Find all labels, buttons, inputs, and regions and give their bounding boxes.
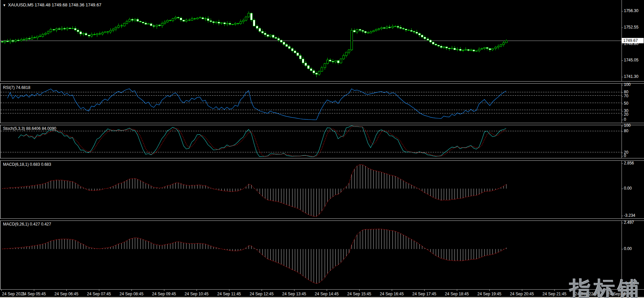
time-axis-label: 24 Sep 10:45 [184, 292, 208, 296]
time-axis-label: 24 Sep 13:45 [282, 292, 306, 296]
candlestick-series [1, 11, 507, 77]
rsi-line [7, 89, 506, 120]
rsi-tick [622, 92, 623, 93]
time-axis-label: 24 Sep 11:45 [217, 292, 241, 296]
chart-title: ▼XAUUSD,M5 1748.48 1749.68 1748.36 1749.… [3, 2, 101, 7]
time-axis-label: 24 Sep 12:45 [250, 292, 273, 296]
stoch-tick [622, 156, 623, 156]
rsi-tick-label: 70 [624, 94, 628, 98]
macd1-tick-label: 2.856 [624, 161, 634, 165]
price-tick [622, 44, 623, 44]
time-tick [424, 290, 425, 291]
time-axis-label: 24 Sep 14:45 [315, 292, 338, 296]
price-tick-label: 1756.30 [624, 8, 638, 13]
time-tick [99, 290, 99, 291]
price-tick [622, 11, 623, 11]
rsi-tick-label: 50 [624, 101, 628, 106]
macd2-tick [622, 249, 623, 249]
macd1-histogram [2, 164, 506, 216]
rsi-tick [622, 85, 623, 85]
panel-separator[interactable] [0, 158, 644, 161]
macd2-tick-label: 2.497 [624, 220, 634, 225]
price-tick [622, 28, 623, 28]
price-tick-label: 1752.55 [624, 25, 638, 30]
time-axis-label: 24 Sep 08:45 [119, 292, 143, 296]
stoch-tick-label: 100 [624, 123, 631, 128]
chart-plot-area[interactable] [0, 0, 622, 289]
rsi-tick [622, 120, 623, 120]
macd1-tick [622, 216, 623, 216]
mt4-chart-window: ▼XAUUSD,M5 1748.48 1749.68 1748.36 1749.… [0, 0, 644, 298]
stoch-tick-label: 80 [624, 129, 628, 133]
current-price-box: 1749.67 [622, 38, 644, 43]
rsi-tick-label: 100 [624, 82, 631, 87]
time-tick [327, 290, 327, 291]
macd2-tick [622, 223, 623, 223]
macd2-signal-line [2, 229, 506, 284]
time-axis-label: 24 Sep 19:45 [477, 292, 501, 296]
macd1-tick [622, 189, 623, 189]
time-axis[interactable]: 24 Sep 202124 Sep 05:4524 Sep 06:4524 Se… [0, 289, 644, 297]
macd1-tick-label: 0.00 [624, 186, 632, 191]
time-tick [359, 290, 360, 291]
symbol-dropdown-icon[interactable]: ▼ [3, 3, 6, 7]
scale-separator-line [622, 0, 622, 289]
time-axis-label: 24 Sep 20:45 [510, 292, 534, 296]
rsi-tick-label: 0 [624, 117, 626, 122]
time-tick [554, 290, 555, 291]
rsi-tick [622, 111, 623, 111]
macd2-panel-label: MACD(9,26,1) 0.427 0.427 [3, 222, 51, 227]
macd2-tick-label: 0.00 [624, 246, 632, 251]
panel-separator[interactable] [0, 81, 644, 84]
time-tick [164, 290, 164, 291]
time-axis-label: 24 Sep 06:45 [54, 292, 78, 296]
macd1-panel-label: MACD(6,18,1) 0.683 0.683 [3, 162, 51, 167]
time-axis-label: 24 Sep 07:45 [87, 292, 111, 296]
price-tick [622, 77, 623, 77]
stoch-tick [622, 131, 623, 132]
macd1-signal-line [2, 164, 506, 216]
stoch-tick [622, 126, 623, 126]
time-axis-label: 24 Sep 2021 [2, 292, 25, 296]
time-tick [489, 290, 490, 291]
time-axis-label: 24 Sep 05:45 [22, 292, 46, 296]
time-tick [1, 290, 2, 291]
stoch-panel-label: Stoch(5,3,3) 88.6406 84.0090 [3, 126, 56, 131]
stoch-tick [622, 153, 623, 153]
macd1-tick [622, 163, 623, 164]
time-tick [392, 290, 392, 291]
time-tick [131, 290, 132, 291]
price-tick-label: 1745.05 [624, 58, 638, 62]
time-axis-label: 24 Sep 17:45 [412, 292, 436, 296]
indicator-level-lines [1, 92, 622, 152]
stoch-tick-label: 0 [624, 153, 626, 158]
rsi-panel-label: RSI(7) 74.6818 [3, 85, 30, 90]
time-axis-label: 24 Sep 16:45 [380, 292, 404, 296]
time-tick [197, 290, 197, 291]
panel-separator[interactable] [0, 123, 644, 125]
symbol-ohlc-label: XAUUSD,M5 1748.48 1749.68 1748.36 1749.6… [8, 2, 101, 7]
time-axis-label: 24 Sep 21:45 [542, 292, 566, 296]
time-tick [522, 290, 522, 291]
time-tick [34, 290, 34, 291]
rsi-tick [622, 115, 623, 115]
price-tick-label: 1741.30 [624, 74, 638, 79]
rsi-tick [622, 104, 623, 104]
price-tick [622, 60, 623, 61]
macd2-histogram [2, 229, 506, 284]
panel-separator[interactable] [0, 218, 644, 221]
watermark-text: 指标铺 [570, 279, 642, 298]
time-tick [457, 290, 457, 291]
time-axis-label: 24 Sep 15:45 [347, 292, 371, 296]
time-axis-label: 24 Sep 18:45 [445, 292, 469, 296]
rsi-tick [622, 96, 623, 97]
time-tick [294, 290, 294, 291]
rsi-tick-label: 20 [624, 112, 628, 117]
time-tick [229, 290, 229, 291]
macd1-tick-label: -3.234 [624, 213, 635, 218]
time-tick [66, 290, 67, 291]
time-tick [262, 290, 262, 291]
time-axis-label: 24 Sep 09:45 [152, 292, 176, 296]
